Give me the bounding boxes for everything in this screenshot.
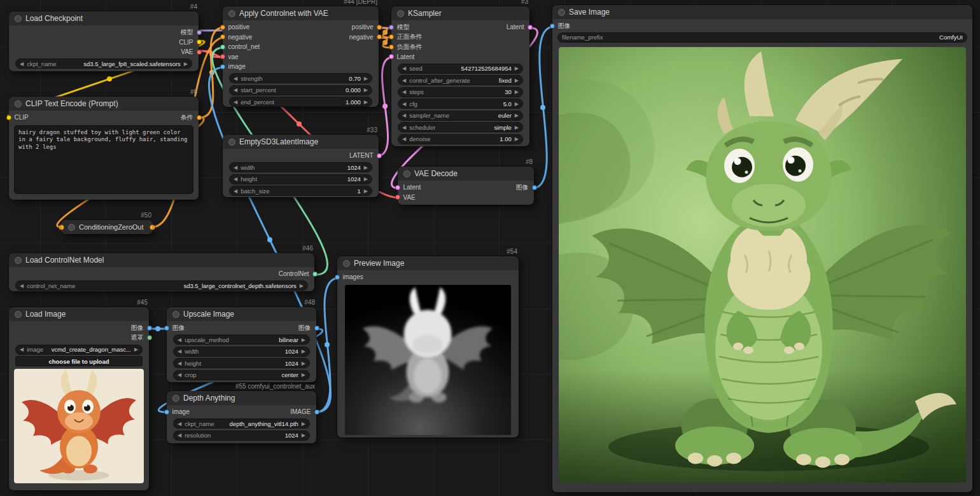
- conditioning-port-icon[interactable]: [389, 45, 394, 50]
- node-header[interactable]: CLIP Text Encode (Prompt): [9, 97, 199, 111]
- node-header[interactable]: Apply Controlnet with VAE: [223, 6, 379, 20]
- arrow-left-icon[interactable]: ◀: [178, 432, 181, 438]
- input-slot-latent[interactable]: Latent: [398, 184, 421, 191]
- arrow-right-icon[interactable]: ▶: [302, 432, 305, 438]
- arrow-left-icon[interactable]: ◀: [402, 136, 406, 142]
- arrow-right-icon[interactable]: ▶: [302, 337, 305, 343]
- input-slot-positive[interactable]: 正面条件: [391, 32, 423, 41]
- input-slot-positive[interactable]: positive: [223, 24, 249, 31]
- arrow-right-icon[interactable]: ▶: [302, 421, 305, 427]
- arrow-right-icon[interactable]: ▶: [364, 87, 368, 93]
- output-slot-positive[interactable]: positive: [352, 24, 379, 31]
- output-slot-model[interactable]: 模型: [181, 28, 199, 37]
- input-slot-model[interactable]: 模型: [391, 23, 410, 32]
- node-apply-controlnet[interactable]: #44 [DEPR] Apply Controlnet with VAE pos…: [223, 6, 379, 107]
- arrow-left-icon[interactable]: ◀: [178, 348, 181, 354]
- node-empty-latent[interactable]: #33 EmptySD3LatentImage LATENT ◀width102…: [223, 135, 379, 197]
- node-ksampler[interactable]: #3 KSampler 模型 Latent 正面条件 负面条件 Latent ◀…: [391, 6, 529, 146]
- arrow-left-icon[interactable]: ◀: [402, 89, 406, 95]
- node-header[interactable]: VAE Decode: [398, 167, 534, 181]
- collapse-dot-icon[interactable]: [15, 257, 22, 264]
- widget-ckpt-name[interactable]: ◀ckpt_namedepth_anything_vitl14.pth▶: [173, 418, 310, 429]
- latent-port-icon[interactable]: [389, 54, 394, 59]
- arrow-left-icon[interactable]: ◀: [178, 337, 181, 343]
- widget-end-percent[interactable]: ◀end_percent1.000▶: [229, 97, 372, 107]
- image-port-icon[interactable]: [314, 326, 319, 331]
- vae-port-icon[interactable]: [197, 50, 202, 55]
- output-slot-image[interactable]: 图像: [298, 324, 317, 333]
- node-save-image[interactable]: Save Image 图像 filename_prefix ComfyUI: [552, 5, 972, 492]
- image-port-icon[interactable]: [550, 24, 555, 29]
- node-header[interactable]: EmptySD3LatentImage: [223, 135, 379, 149]
- arrow-right-icon[interactable]: ▶: [364, 76, 368, 81]
- widget-height[interactable]: ◀height1024▶: [229, 174, 372, 184]
- widget-seed[interactable]: ◀seed542712525684954▶: [398, 64, 523, 74]
- output-slot-negative[interactable]: negative: [349, 34, 379, 41]
- widget-start-percent[interactable]: ◀start_percent0.000▶: [229, 85, 372, 95]
- arrow-right-icon[interactable]: ▶: [364, 176, 368, 182]
- arrow-right-icon[interactable]: ▶: [515, 65, 519, 71]
- output-slot-mask[interactable]: 遮罩: [131, 333, 150, 342]
- arrow-right-icon[interactable]: ▶: [302, 361, 305, 366]
- arrow-right-icon[interactable]: ▶: [184, 61, 188, 67]
- clip-port-icon[interactable]: [197, 39, 202, 45]
- arrow-left-icon[interactable]: ◀: [20, 61, 24, 67]
- output-slot-latent[interactable]: LATENT: [349, 152, 379, 159]
- widget-height[interactable]: ◀height1024▶: [173, 358, 310, 368]
- input-slot-image[interactable]: image: [167, 408, 190, 415]
- arrow-right-icon[interactable]: ▶: [302, 348, 305, 354]
- clip-port-icon[interactable]: [6, 115, 11, 120]
- model-port-icon[interactable]: [389, 25, 394, 30]
- conditioning-port-icon[interactable]: [150, 224, 155, 230]
- widget-control-after-generate[interactable]: ◀control_after_generatefixed▶: [398, 75, 523, 85]
- node-conditioning-zero-out[interactable]: #50 ConditioningZeroOut: [61, 220, 153, 234]
- node-header[interactable]: ConditioningZeroOut: [61, 220, 153, 234]
- output-slot-clip[interactable]: CLIP: [179, 39, 199, 46]
- widget-crop[interactable]: ◀cropcenter▶: [173, 370, 310, 380]
- collapse-dot-icon[interactable]: [403, 170, 410, 177]
- input-slot-image[interactable]: image: [223, 63, 246, 70]
- node-load-checkpoint[interactable]: #4 Load Checkpoint 模型 CLIP VAE ◀ ckpt_na…: [9, 11, 199, 71]
- output-slot-controlnet[interactable]: ControlNet: [279, 270, 314, 277]
- arrow-right-icon[interactable]: ▶: [300, 283, 304, 289]
- conditioning-port-icon[interactable]: [220, 25, 225, 30]
- node-vae-decode[interactable]: #8 VAE Decode Latent 图像 VAE: [398, 167, 534, 205]
- image-port-icon[interactable]: [164, 410, 169, 415]
- arrow-left-icon[interactable]: ◀: [234, 165, 237, 170]
- arrow-left-icon[interactable]: ◀: [402, 101, 406, 107]
- node-header[interactable]: Load Checkpoint: [9, 11, 199, 25]
- node-upscale-image[interactable]: #48 Upscale Image 图像 图像 ◀upscale_methodb…: [167, 307, 316, 382]
- arrow-left-icon[interactable]: ◀: [402, 125, 406, 130]
- input-slot-control-net[interactable]: control_net: [223, 43, 260, 50]
- input-slot-negative[interactable]: negative: [223, 34, 252, 41]
- arrow-right-icon[interactable]: ▶: [515, 113, 519, 118]
- widget-cfg[interactable]: ◀cfg5.0▶: [398, 99, 523, 109]
- collapse-dot-icon[interactable]: [15, 15, 22, 22]
- widget-control-net-name[interactable]: ◀control_net_namesd3.5_large_controlnet_…: [15, 280, 308, 291]
- collapse-dot-icon[interactable]: [343, 260, 350, 267]
- input-slot-image[interactable]: 图像: [167, 324, 185, 333]
- node-depth-anything[interactable]: #55 comfyui_controlnet_aux Depth Anythin…: [167, 391, 316, 443]
- collapse-dot-icon[interactable]: [228, 139, 235, 146]
- widget-batch-size[interactable]: ◀batch_size1▶: [229, 186, 372, 196]
- input-slot-vae[interactable]: vae: [223, 53, 239, 60]
- output-slot-image[interactable]: IMAGE: [290, 408, 316, 415]
- arrow-left-icon[interactable]: ◀: [402, 113, 406, 118]
- latent-port-icon[interactable]: [395, 185, 400, 190]
- node-header[interactable]: Load ControlNet Model: [9, 253, 314, 267]
- widget-denoise[interactable]: ◀denoise1.00▶: [398, 134, 523, 144]
- arrow-left-icon[interactable]: ◀: [402, 78, 406, 83]
- controlnet-port-icon[interactable]: [220, 45, 225, 50]
- input-slot-images[interactable]: images: [337, 273, 363, 280]
- widget-strength[interactable]: ◀strength0.70▶: [229, 73, 372, 83]
- collapse-dot-icon[interactable]: [172, 311, 179, 318]
- arrow-right-icon[interactable]: ▶: [364, 99, 368, 105]
- arrow-right-icon[interactable]: ▶: [302, 372, 305, 378]
- collapse-dot-icon[interactable]: [15, 100, 22, 107]
- collapse-dot-icon[interactable]: [558, 9, 565, 16]
- image-port-icon[interactable]: [220, 64, 225, 69]
- collapse-dot-icon[interactable]: [172, 395, 179, 402]
- arrow-right-icon[interactable]: ▶: [515, 125, 519, 130]
- vae-port-icon[interactable]: [220, 54, 225, 59]
- arrow-left-icon[interactable]: ◀: [178, 372, 181, 378]
